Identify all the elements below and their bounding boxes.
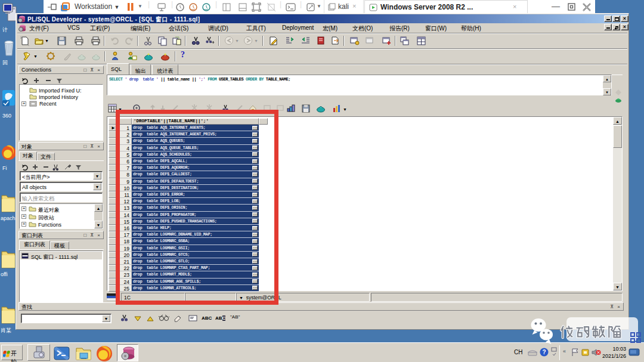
svg-text:?: ?: [542, 349, 546, 355]
